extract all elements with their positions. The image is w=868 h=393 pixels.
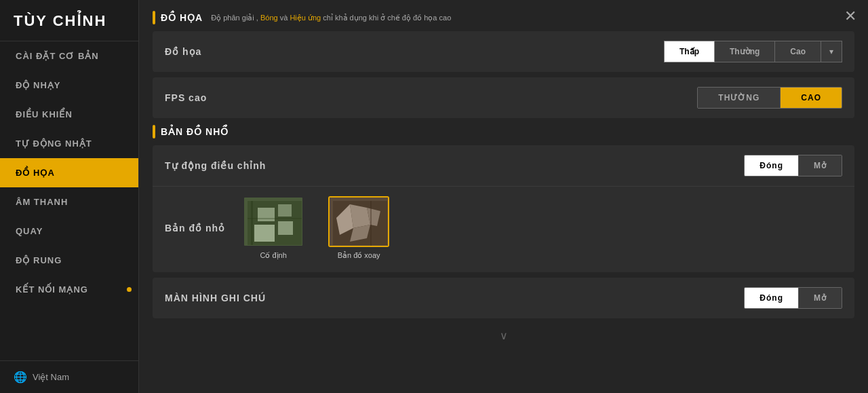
fps-selector: THƯỜNG CAO <box>697 87 842 109</box>
close-button[interactable]: ✕ <box>840 5 861 27</box>
sidebar-item-do-hoa[interactable]: ĐỒ HỌA <box>0 158 138 187</box>
map-co-dinh-item: Cố định <box>243 196 304 260</box>
sidebar-item-label: KẾT NỐI MẠNG <box>16 284 88 295</box>
sidebar-item-do-nhay[interactable]: ĐỘ NHẠY <box>0 71 138 100</box>
chevron-down-icon: ∨ <box>500 329 508 342</box>
do-hoa-title: ĐỒ HỌA <box>161 12 203 23</box>
map-xoay-thumb[interactable] <box>328 196 389 247</box>
auto-adjust-close-button[interactable]: Đóng <box>745 155 799 176</box>
graphics-medium-button[interactable]: Thường <box>715 41 775 62</box>
man-hinh-ghi-chu-label: MÀN HÌNH GHI CHÚ <box>165 293 266 303</box>
man-hinh-open-button[interactable]: Mở <box>799 288 842 308</box>
man-hinh-close-button[interactable]: Đóng <box>745 288 799 308</box>
map-co-dinh-svg <box>244 198 302 246</box>
graphics-dropdown-arrow[interactable]: ▾ <box>821 41 842 62</box>
ban-do-nho-section-header: BẢN ĐỒ NHỔ <box>153 125 854 138</box>
svg-rect-5 <box>278 221 293 235</box>
svg-rect-4 <box>254 225 275 242</box>
sidebar-title: TÙY CHỈNH <box>0 0 138 41</box>
fps-label: FPS cao <box>165 92 207 103</box>
sidebar-item-cai-dat-co-ban[interactable]: CÀI ĐẶT CƠ BẢN <box>0 41 138 71</box>
graphics-label: Đồ họa <box>165 46 201 57</box>
man-hinh-ghi-chu-selector: Đóng Mở <box>744 287 842 309</box>
sidebar-item-am-thanh[interactable]: ÂM THANH <box>0 187 138 217</box>
sidebar: TÙY CHỈNH CÀI ĐẶT CƠ BẢN ĐỘ NHẠY ĐIỀU KH… <box>0 0 139 393</box>
sidebar-item-ket-noi-mang[interactable]: KẾT NỐI MẠNG <box>0 275 138 304</box>
svg-rect-14 <box>370 201 372 246</box>
ban-do-nho-title: BẢN ĐỒ NHỔ <box>161 126 229 137</box>
globe-icon: 🌐 <box>14 371 27 383</box>
country-label: Việt Nam <box>33 372 69 382</box>
auto-adjust-selector: Đóng Mở <box>744 155 842 176</box>
man-hinh-ghi-chu-row: MÀN HÌNH GHI CHÚ Đóng Mở <box>153 278 854 318</box>
sidebar-item-dieu-khien[interactable]: ĐIỀU KHIỂN <box>0 100 138 129</box>
sidebar-item-label: ĐỘ RUNG <box>16 255 62 265</box>
map-section: Tự động điều chỉnh Đóng Mở Bản đồ nhỏ <box>153 145 854 272</box>
sidebar-item-label: ÂM THANH <box>16 197 68 207</box>
fps-normal-button[interactable]: THƯỜNG <box>698 88 781 108</box>
auto-adjust-open-button[interactable]: Mở <box>799 155 842 176</box>
sidebar-footer: 🌐 Việt Nam <box>0 360 138 393</box>
map-content: Bản đồ nhỏ <box>153 187 854 272</box>
section-bar <box>153 125 155 138</box>
graphics-selector: Thấp Thường Cao ▾ <box>664 41 842 62</box>
graphics-high-button[interactable]: Cao <box>775 41 821 62</box>
svg-rect-6 <box>251 201 253 245</box>
svg-rect-3 <box>278 204 292 217</box>
main-content: ✕ ĐỒ HỌA Độ phân giải , Bóng và Hiệu ứng… <box>139 0 868 393</box>
sidebar-item-label: ĐIỀU KHIỂN <box>16 109 73 119</box>
auto-adjust-label: Tự động điều chỉnh <box>165 160 266 171</box>
svg-rect-7 <box>248 218 302 219</box>
fps-high-button[interactable]: CAO <box>781 88 842 108</box>
sidebar-item-do-rung[interactable]: ĐỘ RUNG <box>0 246 138 275</box>
map-xoay-label: Bản đồ xoay <box>338 251 380 260</box>
content-area: ĐỒ HỌA Độ phân giải , Bóng và Hiệu ứng c… <box>139 0 868 361</box>
do-hoa-section-header: ĐỒ HỌA Độ phân giải , Bóng và Hiệu ứng c… <box>153 11 854 24</box>
map-co-dinh-label: Cố định <box>260 251 286 260</box>
sidebar-item-label: QUAY <box>16 226 43 236</box>
scroll-indicator: ∨ <box>153 324 854 348</box>
map-small-label: Bản đồ nhỏ <box>165 223 225 233</box>
map-xoay-svg <box>330 198 388 246</box>
sidebar-item-tu-dong-nhat[interactable]: TỰ ĐỘNG NHẬT <box>0 129 138 158</box>
sidebar-item-quay[interactable]: QUAY <box>0 217 138 246</box>
map-xoay-item: Bản đồ xoay <box>328 196 389 260</box>
graphics-low-button[interactable]: Thấp <box>664 41 715 62</box>
notification-dot <box>127 287 132 292</box>
map-co-dinh-thumb[interactable] <box>243 196 304 247</box>
sidebar-item-label: ĐỒ HỌA <box>16 168 55 178</box>
auto-adjust-row: Tự động điều chỉnh Đóng Mở <box>153 145 854 187</box>
sidebar-item-label: ĐỘ NHẠY <box>16 80 60 90</box>
graphics-row: Đồ họa Thấp Thường Cao ▾ <box>153 31 854 72</box>
do-hoa-subtitle: Độ phân giải , Bóng và Hiệu ứng chỉ khả … <box>211 14 451 22</box>
section-bar <box>153 11 155 24</box>
sidebar-item-label: TỰ ĐỘNG NHẬT <box>16 138 92 149</box>
sidebar-item-label: CÀI ĐẶT CƠ BẢN <box>16 51 99 61</box>
fps-row: FPS cao THƯỜNG CAO <box>153 77 854 118</box>
